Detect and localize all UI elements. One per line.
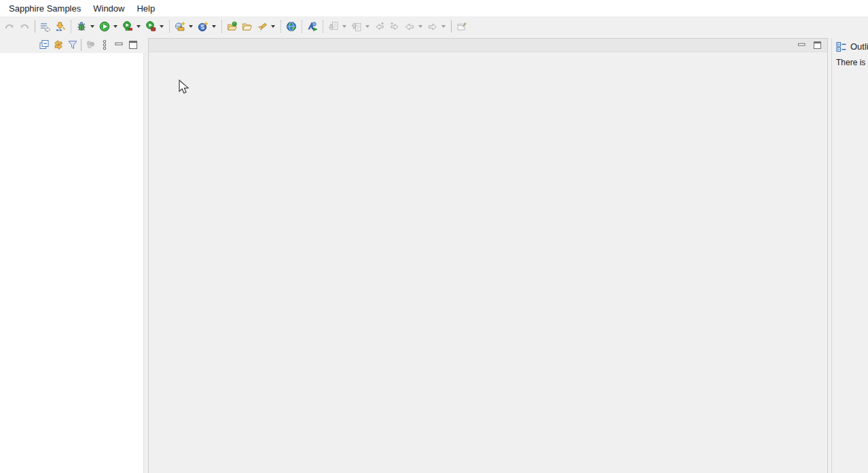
editor-canvas[interactable]	[149, 53, 827, 473]
toolbar-separator	[169, 20, 170, 33]
redo-icon	[19, 21, 30, 32]
new-wizard-icon	[175, 21, 185, 32]
toolbar-separator	[323, 20, 323, 33]
outline-view-title: Outline	[850, 41, 868, 52]
pin-editor-icon	[456, 21, 467, 32]
left-view-maximize-button[interactable]	[126, 37, 140, 52]
web-browser-icon	[286, 21, 297, 32]
menu-help[interactable]: Help	[130, 1, 161, 16]
editor-maximize-button[interactable]	[812, 41, 822, 50]
sapphire-sample-button[interactable]: S	[196, 19, 211, 34]
external-tools-button[interactable]	[305, 19, 320, 34]
run-dropdown[interactable]	[112, 19, 118, 34]
sapphire-sample-dropdown[interactable]	[211, 19, 217, 34]
left-view-toolbar	[0, 36, 145, 53]
toolbar-separator	[35, 20, 35, 33]
minimize-icon	[113, 39, 124, 50]
lines-arrow-button[interactable]	[38, 19, 53, 34]
minimize-icon	[797, 41, 806, 50]
forward-button[interactable]	[425, 19, 440, 34]
editor-minimize-button[interactable]	[797, 41, 806, 50]
new-wizard-button[interactable]	[173, 19, 187, 34]
profile-button[interactable]	[143, 19, 158, 34]
pin-editor-button[interactable]	[454, 19, 469, 34]
right-sash[interactable]	[831, 38, 832, 473]
open-resource-icon	[227, 21, 238, 32]
focus-icon	[85, 39, 96, 50]
convert-arrows-button[interactable]	[53, 19, 68, 34]
app-window: { "menu": { "items": [ { "label": "Sapph…	[0, 0, 868, 473]
toolbar-separator	[302, 20, 302, 33]
last-edit-back-icon	[374, 21, 385, 32]
back-button[interactable]	[402, 19, 417, 34]
external-tools-icon	[307, 21, 318, 32]
editor-area	[148, 38, 828, 473]
profile-icon	[145, 21, 156, 32]
coverage-dropdown[interactable]	[135, 19, 141, 34]
toolbar-separator	[281, 20, 281, 33]
left-view-content[interactable]	[0, 53, 144, 473]
search-button[interactable]	[255, 19, 270, 34]
coverage-button[interactable]	[120, 19, 135, 34]
filter-button[interactable]	[65, 37, 79, 52]
collapse-all-button[interactable]	[37, 37, 51, 52]
filter-icon	[67, 39, 78, 50]
menu-sapphire-samples[interactable]: Sapphire Samples	[3, 1, 87, 16]
debug-dropdown[interactable]	[89, 19, 95, 34]
previous-annotation-icon	[351, 21, 362, 32]
toolbar-separator	[221, 20, 222, 33]
next-annotation-button[interactable]	[326, 19, 341, 34]
coverage-icon	[122, 21, 133, 32]
svg-text:S: S	[200, 24, 204, 31]
outline-view-tab[interactable]: Outline	[834, 38, 868, 53]
left-view-minimize-button[interactable]	[111, 37, 126, 52]
focus-button[interactable]	[83, 37, 97, 52]
lines-arrow-icon	[40, 21, 51, 32]
redo-button[interactable]	[17, 19, 32, 34]
convert-arrows-icon	[55, 21, 66, 32]
last-edit-back-button[interactable]	[372, 19, 387, 34]
link-with-editor-icon	[53, 39, 64, 50]
view-menu-button[interactable]	[97, 37, 111, 52]
new-wizard-dropdown[interactable]	[187, 19, 194, 34]
view-menu-icon	[99, 39, 110, 50]
undo-icon	[4, 21, 15, 32]
forward-icon	[427, 21, 438, 32]
mouse-cursor	[179, 80, 189, 98]
toolbar-separator	[71, 20, 71, 33]
web-browser-button[interactable]	[284, 19, 299, 34]
open-folder-icon	[242, 21, 253, 32]
outline-icon	[836, 41, 847, 52]
menubar: Sapphire Samples Window Help	[0, 0, 868, 16]
debug-button[interactable]	[74, 19, 89, 34]
search-dropdown[interactable]	[270, 19, 276, 34]
previous-annotation-button[interactable]	[349, 19, 364, 34]
run-icon	[99, 21, 110, 32]
toolbar-separator	[451, 20, 452, 33]
outline-view-panel: Outline There is no outline.	[834, 38, 868, 473]
search-icon	[257, 21, 268, 32]
undo-button[interactable]	[2, 19, 17, 34]
back-icon	[404, 21, 415, 32]
outline-empty-message: There is no outline.	[834, 53, 868, 67]
last-edit-forward-icon	[389, 21, 400, 32]
next-annotation-icon	[328, 21, 339, 32]
link-with-editor-button[interactable]	[51, 37, 65, 52]
back-dropdown[interactable]	[417, 19, 423, 34]
last-edit-forward-button[interactable]	[387, 19, 402, 34]
sapphire-sample-icon: S	[198, 21, 209, 32]
debug-icon	[76, 21, 87, 32]
open-resource-button[interactable]	[225, 19, 240, 34]
run-button[interactable]	[97, 19, 112, 34]
open-folder-button[interactable]	[240, 19, 255, 34]
main-toolbar: S	[0, 16, 868, 36]
next-annotation-dropdown[interactable]	[341, 19, 347, 34]
previous-annotation-dropdown[interactable]	[364, 19, 370, 34]
editor-tabstrip	[149, 39, 827, 52]
profile-dropdown[interactable]	[158, 19, 164, 34]
toolbar-separator	[81, 39, 82, 51]
collapse-all-icon	[39, 39, 50, 50]
maximize-icon	[128, 39, 139, 50]
menu-window[interactable]: Window	[87, 1, 130, 16]
forward-dropdown[interactable]	[440, 19, 446, 34]
